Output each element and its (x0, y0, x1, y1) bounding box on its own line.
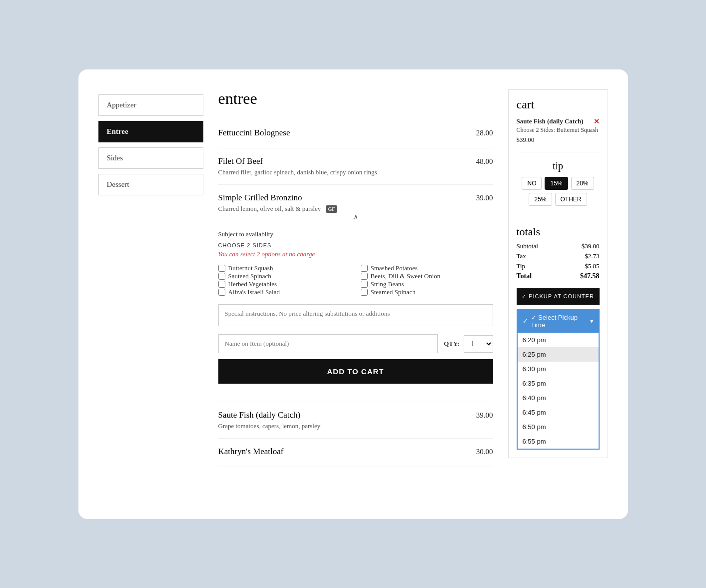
tip-btn-other[interactable]: OTHER (555, 193, 587, 206)
menu-item-filet: Filet Of Beef 48.00 Charred filet, garli… (218, 148, 493, 185)
item-price-bronzino: 39.00 (476, 194, 493, 202)
pickup-option-650[interactable]: 6:50 pm (518, 420, 599, 434)
sides-grid: Butternut Squash Sauteed Spinach Herbed … (218, 264, 493, 296)
totals-section: totals Subtotal $39.00 Tax $2.73 Tip $5.… (517, 225, 600, 280)
side-smashed: Smashed Potatoes (361, 264, 493, 272)
cart-item-price: $39.00 (517, 136, 600, 144)
remove-item-button[interactable]: ✕ (594, 117, 600, 125)
checkbox-stringbeans[interactable] (361, 281, 368, 288)
choose-sub: You can select 2 options at no charge (218, 250, 493, 258)
app-container: Appetizer Entree Sides Dessert entree Fe… (78, 69, 628, 519)
side-aliza: Aliza's Israeli Salad (218, 288, 351, 296)
menu-item-meatloaf: Kathryn's Meatloaf 30.00 (218, 439, 493, 467)
pickup-option-630[interactable]: 6:30 pm (518, 362, 599, 376)
pickup-option-645[interactable]: 6:45 pm (518, 405, 599, 420)
item-desc-sautefish: Grape tomatoes, capers, lemon, parsley (218, 422, 493, 430)
side-spinach: Steamed Spinach (361, 288, 493, 296)
cart-panel: cart ✕ Saute Fish (daily Catch) Choose 2… (508, 89, 608, 458)
item-price-filet: 48.00 (476, 157, 493, 166)
main-content: entree Fettuccini Bolognese 28.00 Filet … (218, 89, 493, 499)
item-price-sautefish: 39.00 (476, 411, 493, 420)
total-label: Total (517, 272, 532, 280)
item-desc-filet: Charred filet, garlioc spinach, danish b… (218, 168, 493, 176)
checkbox-beets[interactable] (361, 273, 368, 280)
item-name-meatloaf: Kathryn's Meatloaf (218, 447, 284, 457)
item-price-fettuccini: 28.00 (476, 129, 493, 137)
checkbox-sauteed[interactable] (218, 273, 225, 280)
side-stringbeans: String Beans (361, 280, 493, 288)
checkbox-herbed[interactable] (218, 281, 225, 288)
sidebar-item-dessert[interactable]: Dessert (98, 174, 203, 195)
sidebar-item-sides[interactable]: Sides (98, 147, 203, 169)
side-beets: Beets, Dill & Sweet Onion (361, 272, 493, 280)
side-sauteed: Sauteed Spinach (218, 272, 351, 280)
menu-item-fettuccini: Fettuccini Bolognese 28.00 (218, 120, 493, 148)
add-to-cart-button[interactable]: ADD TO CART (218, 359, 493, 384)
checkbox-smashed[interactable] (361, 265, 368, 272)
expanded-section: Subject to availabilty CHOOSE 2 SIDES Yo… (218, 225, 493, 394)
tip-value: $5.85 (585, 262, 599, 270)
subtotal-label: Subtotal (517, 242, 538, 250)
item-name-sautefish: Saute Fish (daily Catch) (218, 410, 301, 420)
pickup-option-655[interactable]: 6:55 pm (518, 434, 599, 449)
item-desc-bronzino: Charred lemon, olive oil, salt & parsley (218, 205, 321, 212)
tip-btn-25[interactable]: 25% (529, 193, 552, 206)
pickup-option-640[interactable]: 6:40 pm (518, 391, 599, 405)
gf-badge: GF (326, 205, 338, 213)
item-price-meatloaf: 30.00 (476, 448, 493, 456)
cart-title: cart (517, 98, 600, 111)
total-value: $47.58 (580, 272, 600, 280)
tax-value: $2.73 (585, 252, 599, 260)
item-name-filet: Filet Of Beef (218, 156, 263, 166)
subtotal-value: $39.00 (582, 242, 600, 250)
special-instructions-input[interactable] (218, 304, 493, 326)
qty-label: QTY: (444, 340, 459, 348)
totals-title: totals (517, 225, 600, 238)
pickup-option-635[interactable]: 6:35 pm (518, 376, 599, 391)
chevron-down-icon: ▾ (590, 317, 594, 325)
side-herbed: Herbed Vegetables (218, 280, 351, 288)
totals-tip-row: Tip $5.85 (517, 262, 600, 270)
pickup-option-625[interactable]: 6:25 pm (518, 347, 599, 362)
pickup-time-selected-label: ✓ Select Pickup Time (531, 314, 587, 329)
tip-btn-no[interactable]: NO (522, 177, 542, 190)
tip-btn-20[interactable]: 20% (571, 177, 594, 190)
totals-tax-row: Tax $2.73 (517, 252, 600, 260)
checkbox-spinach[interactable] (361, 289, 368, 296)
checkmark-icon: ✓ (523, 317, 528, 325)
tip-btn-15[interactable]: 15% (545, 177, 568, 190)
checkbox-aliza[interactable] (218, 289, 225, 296)
pickup-time-dropdown[interactable]: ✓ ✓ Select Pickup Time ▾ 6:20 pm 6:25 pm… (517, 309, 600, 450)
item-name-fettuccini: Fettuccini Bolognese (218, 128, 290, 138)
totals-subtotal-row: Subtotal $39.00 (517, 242, 600, 250)
sidebar-item-entree[interactable]: Entree (98, 121, 203, 142)
choose-label: CHOOSE 2 SIDES (218, 242, 493, 248)
checkbox-butternut[interactable] (218, 265, 225, 272)
sidebar-item-appetizer[interactable]: Appetizer (98, 94, 203, 116)
cart-item: ✕ Saute Fish (daily Catch) Choose 2 Side… (517, 117, 600, 152)
pickup-option-620[interactable]: 6:20 pm (518, 333, 599, 347)
totals-total-row: Total $47.58 (517, 272, 600, 280)
page-title: entree (218, 89, 493, 108)
qty-select[interactable]: 1 2 3 4 5 (464, 335, 493, 353)
pickup-at-counter-button[interactable]: ✓ PICKUP AT COUNTER (517, 288, 600, 305)
sidebar: Appetizer Entree Sides Dessert (98, 89, 203, 499)
tax-label: Tax (517, 252, 526, 260)
tip-label: Tip (517, 262, 526, 270)
availability-note: Subject to availabilty (218, 230, 493, 238)
collapse-arrow-icon[interactable]: ∧ (218, 213, 493, 221)
name-on-item-input[interactable] (218, 334, 438, 353)
pickup-time-selected[interactable]: ✓ ✓ Select Pickup Time ▾ (518, 310, 599, 333)
pickup-time-options: 6:20 pm 6:25 pm 6:30 pm 6:35 pm 6:40 pm … (518, 333, 599, 449)
side-butternut: Butternut Squash (218, 264, 351, 272)
cart-item-name: Saute Fish (daily Catch) (517, 117, 600, 125)
tip-title: tip (517, 160, 600, 172)
tip-section: tip NO 15% 20% 25% OTHER (517, 160, 600, 217)
menu-item-bronzino: Simple Grilled Bronzino 39.00 Charred le… (218, 185, 493, 403)
cart-item-detail: Choose 2 Sides: Butternut Squash (517, 126, 600, 134)
menu-item-sautefish: Saute Fish (daily Catch) 39.00 Grape tom… (218, 402, 493, 439)
item-name-bronzino: Simple Grilled Bronzino (218, 193, 302, 203)
